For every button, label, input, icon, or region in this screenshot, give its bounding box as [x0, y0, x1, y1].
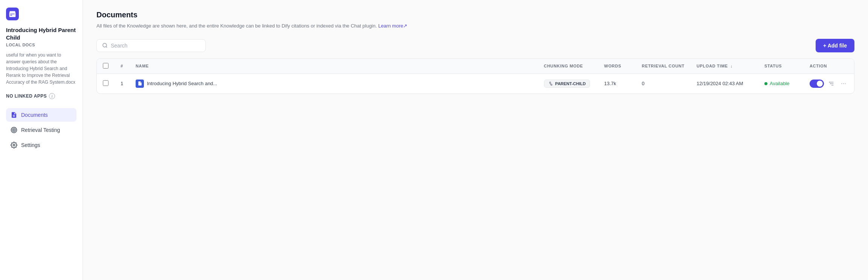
th-name: NAME	[130, 59, 538, 74]
row-status: Available	[758, 73, 804, 93]
app-logo	[6, 8, 19, 20]
sidebar-nav: Documents Retrieval Testing Settings	[6, 108, 76, 152]
sidebar-item-settings[interactable]: Settings	[6, 138, 76, 152]
sidebar-item-retrieval-testing[interactable]: Retrieval Testing	[6, 123, 76, 137]
sidebar-item-documents[interactable]: Documents	[6, 108, 76, 122]
parent-child-icon	[548, 81, 553, 86]
th-num: #	[115, 59, 130, 74]
settings-action-button[interactable]	[827, 79, 836, 88]
svg-point-10	[829, 81, 830, 83]
th-checkbox	[97, 59, 115, 74]
th-action: ACTION	[804, 59, 854, 74]
table-row: 1 Introducing Hybrid Search and...	[97, 73, 854, 93]
svg-point-5	[549, 82, 551, 83]
ellipsis-icon	[840, 81, 847, 87]
target-icon	[11, 127, 17, 133]
row-checkbox-cell	[97, 73, 115, 93]
status-badge: Available	[764, 81, 798, 86]
svg-point-3	[13, 144, 15, 146]
svg-point-12	[841, 83, 842, 84]
th-words: WORDS	[598, 59, 636, 74]
toolbar: + Add file	[96, 39, 854, 52]
knowledge-title: Introducing Hybrid Parent Child	[6, 26, 76, 41]
no-linked-apps: NO LINKED APPS i	[6, 93, 76, 99]
docx-icon	[138, 81, 142, 86]
row-name: Introducing Hybrid Search and...	[130, 73, 538, 93]
file-icon	[136, 80, 144, 88]
sidebar-item-retrieval-label: Retrieval Testing	[21, 127, 60, 133]
knowledge-description: useful for when you want to answer queri…	[6, 52, 76, 86]
svg-point-4	[103, 43, 107, 47]
svg-point-11	[830, 83, 831, 84]
knowledge-subtitle: LOCAL DOCS	[6, 43, 76, 47]
document-icon	[11, 112, 17, 118]
sliders-icon	[828, 81, 834, 87]
svg-point-13	[843, 83, 844, 84]
row-num: 1	[115, 73, 130, 93]
sidebar-item-documents-label: Documents	[21, 112, 48, 118]
search-icon	[102, 43, 108, 48]
sidebar: Introducing Hybrid Parent Child LOCAL DO…	[0, 0, 83, 280]
row-actions	[804, 73, 854, 93]
documents-table: # NAME CHUNKING MODE WORDS RETRIEVAL COU…	[96, 58, 854, 94]
row-words: 13.7k	[598, 73, 636, 93]
svg-point-14	[845, 83, 846, 84]
sort-icon: ↓	[730, 64, 733, 68]
learn-more-link[interactable]: Learn more↗	[378, 23, 407, 29]
logo-icon	[9, 10, 16, 18]
th-status: STATUS	[758, 59, 804, 74]
main-content: Documents All files of the Knowledge are…	[83, 0, 868, 280]
row-chunking: PARENT-CHILD	[538, 73, 598, 93]
th-upload[interactable]: UPLOAD TIME ↓	[691, 59, 758, 74]
select-all-checkbox[interactable]	[103, 63, 108, 69]
svg-point-2	[14, 130, 15, 131]
row-checkbox[interactable]	[103, 80, 108, 86]
toggle-slider	[810, 80, 824, 88]
page-title: Documents	[96, 11, 854, 19]
row-upload-time: 12/19/2024 02:43 AM	[691, 73, 758, 93]
row-retrieval: 0	[636, 73, 691, 93]
th-chunking: CHUNKING MODE	[538, 59, 598, 74]
add-file-button[interactable]: + Add file	[816, 39, 854, 52]
chunking-mode-tag: PARENT-CHILD	[544, 80, 590, 88]
search-box[interactable]	[96, 39, 206, 52]
sidebar-item-settings-label: Settings	[21, 142, 40, 148]
search-input[interactable]	[111, 43, 200, 49]
status-dot	[764, 82, 767, 85]
info-icon: i	[49, 93, 55, 99]
toggle-switch[interactable]	[810, 80, 824, 88]
th-retrieval: RETRIEVAL COUNT	[636, 59, 691, 74]
gear-icon	[11, 142, 17, 148]
more-options-button[interactable]	[839, 79, 848, 88]
svg-point-1	[12, 129, 16, 132]
page-description: All files of the Knowledge are shown her…	[96, 22, 854, 30]
